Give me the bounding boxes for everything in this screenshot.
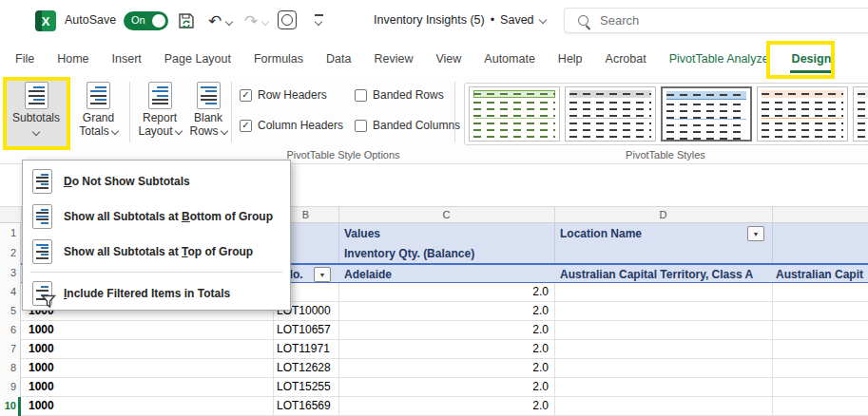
cell-item-no[interactable]: 1000 (29, 323, 54, 336)
cell-qty[interactable]: 2.0 (338, 342, 549, 355)
checkbox-checked-icon: ✓ (240, 89, 252, 102)
excel-logo-icon[interactable]: X (35, 10, 56, 31)
subtotals-label: Subtotals (12, 111, 60, 124)
tab-page-layout[interactable]: Page Layout (163, 48, 233, 69)
grand-totals-button[interactable]: Grand Totals (71, 80, 125, 148)
cell-item-no[interactable]: 1000 (29, 342, 54, 355)
table-row: 1000 LOT11971 2.0 (21, 340, 868, 359)
search-box[interactable] (564, 8, 868, 33)
stamp-icon[interactable] (278, 10, 297, 29)
group-label-pivottable-styles: PivotTable Styles (532, 149, 799, 161)
menu-item-do-not-show-subtotals[interactable]: Do Not Show Subtotals (23, 163, 290, 199)
cell-act-class-b-clipped[interactable]: Australian Capit (776, 268, 863, 281)
table-row: 1000 LOT16569 2.0 (21, 397, 868, 416)
redo-button[interactable]: ↷ (241, 9, 260, 32)
search-input[interactable] (598, 12, 792, 28)
tab-insert[interactable]: Insert (110, 48, 144, 69)
tab-data[interactable]: Data (324, 48, 353, 69)
row-number-4[interactable]: 4 (0, 286, 16, 297)
cell-lot-no[interactable]: LOT10657 (277, 323, 331, 336)
cell-lot-no[interactable]: LOT12628 (277, 361, 331, 374)
tab-help[interactable]: Help (556, 48, 585, 69)
cell-qty[interactable]: 2.0 (338, 323, 549, 336)
style-thumb-blue-selected[interactable] (661, 86, 752, 142)
cell-qty[interactable]: 2.0 (338, 380, 549, 393)
funnel-icon (41, 294, 57, 309)
cell-item-no[interactable]: 1000 (29, 399, 54, 412)
row-number-7[interactable]: 7 (0, 343, 16, 354)
menu-item-subtotals-bottom[interactable]: Show all Subtotals at Bottom of Group (23, 199, 290, 234)
report-layout-button[interactable]: Report Layout (134, 80, 185, 148)
row-number-9[interactable]: 9 (0, 381, 16, 392)
stamp-inner-circle (281, 14, 293, 26)
row-number-2[interactable]: 2 (0, 247, 16, 258)
row-number-10[interactable]: 10 (0, 400, 16, 411)
tab-review[interactable]: Review (372, 48, 415, 69)
location-name-filter-button[interactable]: ▼ (747, 226, 764, 241)
subtotals-button[interactable]: Subtotals (6, 80, 67, 148)
column-header-d[interactable]: D (554, 209, 772, 220)
cell-lot-no[interactable]: LOT15255 (277, 380, 331, 393)
ribbon-tab-row: File Home Insert Page Layout Formulas Da… (0, 42, 868, 76)
row-headers-label: Row Headers (258, 88, 327, 102)
style-thumb-gray[interactable] (565, 86, 656, 142)
undo-icon: ↶ (208, 11, 222, 31)
cell-item-no[interactable]: 1000 (29, 380, 54, 393)
row-number-6[interactable]: 6 (0, 324, 16, 335)
cell-qty[interactable]: 2.0 (338, 285, 549, 298)
cell-item-no[interactable]: 1000 (29, 361, 54, 374)
cell-location-name[interactable]: Location Name (560, 227, 642, 240)
menu-item-include-filtered-items[interactable]: Include Filtered Items in Totals (23, 275, 290, 311)
tab-automate[interactable]: Automate (482, 48, 537, 69)
cell-qty[interactable]: 2.0 (338, 399, 549, 412)
tab-home[interactable]: Home (55, 48, 90, 69)
banded-rows-checkbox[interactable]: Banded Rows (355, 88, 444, 102)
customize-qat-button[interactable] (314, 14, 325, 28)
menu-item-subtotals-top[interactable]: Show all Subtotals at Top of Group (23, 234, 290, 269)
row-number-1[interactable]: 1 (0, 227, 16, 238)
cell-act-class-a[interactable]: Australian Capital Territory, Class A (560, 268, 753, 281)
style-thumb-orange[interactable] (757, 86, 848, 142)
cell-lot-no[interactable]: LOT16569 (277, 399, 331, 412)
cell-qty[interactable]: 2.0 (338, 304, 549, 317)
tab-formulas[interactable]: Formulas (252, 48, 305, 69)
ribbon-separator (231, 82, 232, 142)
redo-chevron-icon (261, 18, 269, 26)
undo-chevron-icon[interactable] (225, 18, 233, 26)
autosave-toggle[interactable]: On (124, 11, 168, 30)
row-number-3[interactable]: 3 (0, 267, 16, 278)
cell-adelaide[interactable]: Adelaide (344, 268, 392, 281)
row-number-5[interactable]: 5 (0, 305, 16, 316)
cell-measure-label[interactable]: Inventory Qty. (Balance) (344, 247, 474, 260)
style-thumb-green[interactable] (469, 86, 560, 142)
banded-columns-checkbox[interactable]: Banded Columns (355, 119, 460, 132)
tab-pivottable-analyze[interactable]: PivotTable Analyze (667, 48, 771, 69)
tab-file[interactable]: File (13, 48, 36, 69)
lot-no-filter-button[interactable]: ▼ (314, 267, 331, 282)
subtotals-dropdown-menu: Do Not Show Subtotals Show all Subtotals… (22, 160, 291, 311)
title-bar: X AutoSave On ↶ ↷ Inventory Insights (0, 0, 868, 42)
tab-view[interactable]: View (434, 48, 463, 69)
checkbox-checked-icon: ✓ (240, 120, 252, 132)
tab-acrobat[interactable]: Acrobat (604, 48, 648, 69)
save-button[interactable] (175, 9, 198, 32)
blank-rows-button[interactable]: Blank Rows (187, 80, 229, 148)
cell-qty[interactable]: 2.0 (338, 361, 549, 374)
menu-separator (30, 272, 282, 273)
undo-button[interactable]: ↶ (205, 9, 224, 32)
grand-totals-chevron-icon (110, 127, 118, 135)
ribbon-separator (129, 82, 130, 142)
style-thumb-plain[interactable] (853, 86, 868, 142)
subtotals-top-icon (32, 239, 52, 264)
cell-lot-no[interactable]: LOT11971 (277, 342, 330, 355)
column-headers-checkbox[interactable]: ✓ Column Headers (240, 119, 343, 132)
row-headers-checkbox[interactable]: ✓ Row Headers (240, 88, 327, 102)
pivottable-styles-gallery (464, 83, 868, 145)
tab-design[interactable]: Design (790, 48, 834, 69)
cell-values-label[interactable]: Values (344, 227, 380, 240)
checkbox-unchecked-icon (355, 120, 367, 132)
document-title-area[interactable]: Inventory Insights (5) • Saved (374, 13, 546, 27)
column-header-c[interactable]: C (338, 209, 554, 220)
row-number-8[interactable]: 8 (0, 362, 16, 373)
blank-rows-chevron-icon (220, 127, 227, 135)
